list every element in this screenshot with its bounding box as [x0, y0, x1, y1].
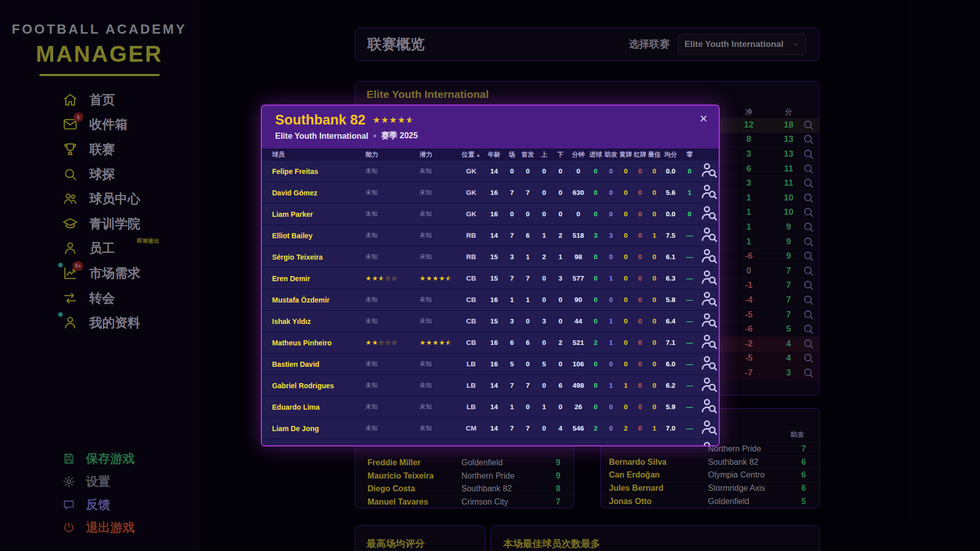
player-minutes: 518: [569, 225, 588, 246]
col-avg-rating[interactable]: 均分: [662, 148, 680, 161]
player-motm: 0: [647, 439, 662, 447]
player-potential: 未知: [410, 311, 458, 332]
scout-report-icon[interactable]: [699, 396, 719, 416]
scout-report-icon[interactable]: [699, 375, 719, 394]
player-assists: 0: [603, 182, 619, 204]
player-goals: 0: [588, 439, 603, 447]
player-apps: 0: [504, 204, 520, 225]
player-starts: 0: [520, 396, 536, 418]
player-sub-off: 0: [552, 354, 569, 375]
player-ability: 未知: [356, 204, 410, 225]
player-red-cards: 0: [633, 418, 647, 439]
col-player[interactable]: 球员: [262, 148, 356, 161]
col-yellow-cards[interactable]: 黄牌: [619, 148, 633, 161]
player-red-cards: 0: [633, 332, 647, 354]
player-minutes: 0: [569, 204, 588, 225]
player-sub-off: 0: [552, 161, 569, 182]
player-minutes: 98: [569, 246, 588, 268]
col-age[interactable]: 年龄: [484, 148, 504, 161]
col-ability[interactable]: 能力: [356, 148, 410, 161]
player-red-cards: 0: [633, 396, 647, 418]
player-sub-on: 1: [536, 396, 552, 418]
scout-report-icon[interactable]: [699, 439, 719, 446]
col-goals[interactable]: 进球: [588, 148, 603, 161]
col-clean-sheets[interactable]: 零: [680, 148, 699, 161]
player-potential: 未知: [410, 418, 458, 439]
player-age: 14: [484, 418, 504, 439]
player-sub-on: 5: [536, 354, 552, 375]
player-age: 16: [484, 332, 504, 354]
scout-report-icon[interactable]: [699, 311, 719, 330]
scout-report-icon[interactable]: [699, 182, 719, 202]
player-row: David Gómez 未知 未知 GK 16 7 7 0 0 630 0 0 …: [262, 182, 719, 204]
player-motm: 0: [647, 332, 662, 354]
col-sub-on[interactable]: 上: [536, 148, 552, 161]
player-row: Bastien David 未知 未知 LB 16 5 0 5 0 106 0 …: [262, 354, 719, 375]
player-sub-on: 0: [536, 289, 552, 311]
player-motm: 0: [647, 354, 662, 375]
player-yellow-cards: 0: [619, 268, 633, 289]
player-red-cards: 0: [633, 246, 647, 268]
player-clean-sheets: 1: [680, 182, 699, 204]
player-name: Matheus Pinheiro: [262, 332, 356, 354]
team-name: Southbank 82: [275, 112, 365, 128]
player-sub-off: 2: [552, 332, 569, 354]
player-age: 16: [484, 439, 504, 447]
player-assists: 0: [603, 246, 619, 268]
player-motm: 1: [647, 225, 662, 246]
player-starts: 7: [520, 182, 536, 204]
player-starts: 1: [520, 289, 536, 311]
player-yellow-cards: 0: [619, 332, 633, 354]
player-apps: 0: [504, 161, 520, 182]
player-position: GK: [458, 182, 484, 204]
col-sub-off[interactable]: 下: [552, 148, 569, 161]
scout-report-icon[interactable]: [699, 354, 719, 373]
col-minutes[interactable]: 分钟: [569, 148, 588, 161]
player-goals: 3: [588, 225, 603, 246]
player-motm: 0: [647, 289, 662, 311]
player-ability: 未知: [356, 418, 410, 439]
scout-report-icon[interactable]: [699, 332, 719, 352]
player-apps: 7: [504, 375, 520, 396]
player-yellow-cards: 0: [619, 204, 633, 225]
player-minutes: 630: [569, 182, 588, 204]
col-potential[interactable]: 潜力: [410, 148, 458, 161]
player-starts: 0: [520, 354, 536, 375]
col-apps[interactable]: 场: [504, 148, 520, 161]
player-row: Rodrigo Lopes 未知 未知 CM 16 5 0 5 0 105 0 …: [262, 439, 719, 447]
scout-report-icon[interactable]: [699, 161, 719, 180]
scout-report-icon[interactable]: [699, 246, 719, 266]
player-row: Matheus Pinheiro ★★☆☆☆ ★★★★☆★ CB 16 6 6 …: [262, 332, 719, 354]
player-sub-on: 2: [536, 246, 552, 268]
player-sub-off: 3: [552, 268, 569, 289]
player-assists: 1: [603, 332, 619, 354]
col-starts[interactable]: 首发: [520, 148, 536, 161]
player-ability: 未知: [356, 161, 410, 182]
player-goals: 0: [588, 289, 603, 311]
col-assists[interactable]: 助攻: [603, 148, 619, 161]
scout-report-icon[interactable]: [699, 289, 719, 309]
roster-header-row: 球员 能力 潜力 位置▲ 年龄 场 首发 上 下 分钟 进球 助攻 黄牌 红牌 …: [262, 148, 719, 161]
col-position[interactable]: 位置▲: [458, 148, 484, 161]
player-age: 16: [484, 182, 504, 204]
player-clean-sheets: —: [680, 375, 699, 396]
player-apps: 7: [504, 418, 520, 439]
scout-report-icon[interactable]: [699, 225, 719, 244]
player-avg-rating: 6.0: [662, 354, 680, 375]
player-clean-sheets: —: [680, 289, 699, 311]
player-goals: 0: [588, 396, 603, 418]
scout-report-icon[interactable]: [699, 418, 719, 437]
scout-report-icon[interactable]: [699, 268, 719, 287]
player-sub-off: 0: [552, 182, 569, 204]
player-clean-sheets: —: [680, 439, 699, 447]
scout-report-icon[interactable]: [699, 204, 719, 223]
col-red-cards[interactable]: 红牌: [633, 148, 647, 161]
player-apps: 3: [504, 246, 520, 268]
player-age: 14: [484, 161, 504, 182]
player-apps: 1: [504, 289, 520, 311]
close-icon[interactable]: ×: [700, 112, 707, 125]
player-age: 14: [484, 225, 504, 246]
player-apps: 5: [504, 439, 520, 447]
col-motm[interactable]: 最佳: [647, 148, 662, 161]
player-avg-rating: 5.6: [662, 182, 680, 204]
